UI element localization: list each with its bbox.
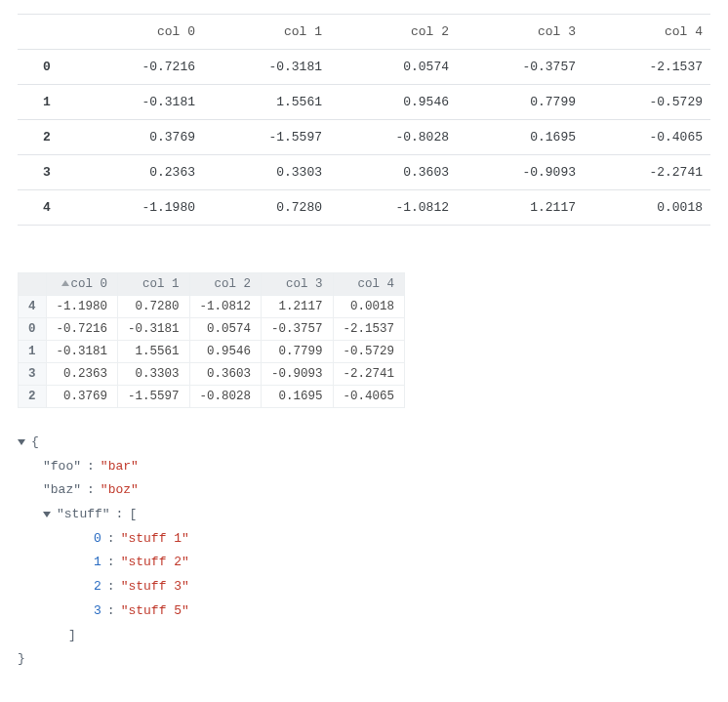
json-close-brace-row: } [18, 647, 710, 672]
caret-down-icon[interactable] [43, 512, 51, 517]
table-row: 20.3769-1.5597-0.80280.1695-0.4065 [18, 120, 710, 155]
json-colon: : [101, 551, 121, 575]
table-cell: -1.5597 [118, 386, 190, 408]
table-cell: 0.3769 [46, 386, 118, 408]
table2-col-header[interactable]: col 4 [333, 273, 405, 296]
table1-col-header[interactable]: col 4 [584, 15, 710, 50]
row-index: 2 [19, 386, 47, 408]
table-cell: -0.5729 [584, 85, 710, 120]
row-index: 0 [19, 318, 47, 341]
table-row: 4-1.19800.7280-1.08121.21170.0018 [18, 190, 710, 226]
table-cell: -2.1537 [333, 318, 405, 341]
json-value: "stuff 3" [121, 575, 189, 599]
json-value: "bar" [101, 455, 139, 479]
table-row: 30.23630.33030.3603-0.9093-2.2741 [19, 363, 405, 386]
json-array-item: 3:"stuff 5" [18, 599, 710, 624]
table-cell: -0.3181 [46, 341, 118, 363]
json-value: "stuff 1" [121, 527, 189, 552]
table-cell: 0.0574 [330, 50, 457, 85]
json-array-item: 1:"stuff 2" [18, 551, 710, 575]
json-tree: { "foo" : "bar" "baz" : "boz" "stuff" : … [18, 431, 710, 672]
json-key: "stuff" [57, 503, 110, 527]
dataframe-table-2: col 0 col 1 col 2 col 3 col 4 4-1.19800.… [18, 272, 405, 408]
table1-col-header[interactable]: col 1 [203, 15, 330, 50]
table-cell: -1.0812 [189, 296, 262, 318]
json-root-open[interactable]: { [18, 431, 710, 455]
open-brace: { [31, 431, 39, 455]
table-cell: -0.3181 [118, 318, 190, 341]
table-cell: -0.4065 [333, 386, 405, 408]
json-entry: "baz" : "boz" [18, 478, 710, 503]
table-cell: -2.2741 [584, 155, 710, 190]
table-row: 0-0.7216-0.31810.0574-0.3757-2.1537 [19, 318, 405, 341]
table-cell: 0.9546 [330, 85, 457, 120]
table-cell: 0.2363 [76, 155, 203, 190]
json-colon: : [81, 478, 101, 503]
table-cell: 1.5561 [203, 85, 330, 120]
table-row: 1-0.31811.55610.95460.7799-0.5729 [18, 85, 710, 120]
open-bracket: [ [129, 503, 137, 527]
table-cell: 0.7799 [457, 85, 584, 120]
json-array-index: 3 [94, 599, 101, 624]
json-value: "boz" [101, 478, 139, 503]
table1-col-header[interactable]: col 2 [330, 15, 457, 50]
table-cell: 0.0018 [333, 296, 405, 318]
close-bracket: ] [68, 624, 76, 648]
json-close-bracket-row: ] [18, 624, 710, 648]
table-cell: -0.7216 [76, 50, 203, 85]
table-cell: 0.0574 [189, 318, 262, 341]
table-cell: -1.1980 [46, 296, 118, 318]
table2-col-header[interactable]: col 3 [262, 273, 334, 296]
json-array-item: 2:"stuff 3" [18, 575, 710, 599]
row-index: 3 [19, 363, 47, 386]
json-colon: : [101, 527, 121, 552]
table-row: 0-0.7216-0.31810.0574-0.3757-2.1537 [18, 50, 710, 85]
json-array-index: 1 [94, 551, 101, 575]
close-brace: } [18, 647, 25, 672]
json-key: "baz" [43, 478, 81, 503]
table-cell: -1.1980 [76, 190, 203, 226]
table-cell: -1.0812 [330, 190, 457, 226]
dataframe-table-1: col 0 col 1 col 2 col 3 col 4 0-0.7216-0… [18, 14, 710, 226]
table-row: 4-1.19800.7280-1.08121.21170.0018 [19, 296, 405, 318]
table-cell: -0.4065 [584, 120, 710, 155]
row-index: 0 [18, 50, 76, 85]
json-key: "foo" [43, 455, 81, 479]
row-index: 4 [19, 296, 47, 318]
json-colon: : [81, 455, 101, 479]
table-cell: 0.3603 [330, 155, 457, 190]
table-cell: -2.1537 [584, 50, 710, 85]
table-row: 20.3769-1.5597-0.80280.1695-0.4065 [19, 386, 405, 408]
table-cell: -0.5729 [333, 341, 405, 363]
table-cell: 0.3769 [76, 120, 203, 155]
table-cell: 0.1695 [262, 386, 334, 408]
table-cell: -1.5597 [203, 120, 330, 155]
table-cell: -0.7216 [46, 318, 118, 341]
table-cell: -2.2741 [333, 363, 405, 386]
json-colon: : [101, 575, 121, 599]
json-array-item: 0:"stuff 1" [18, 527, 710, 552]
json-stuff-open[interactable]: "stuff" : [ [18, 503, 710, 527]
table-cell: -0.8028 [330, 120, 457, 155]
table-cell: 1.5561 [118, 341, 190, 363]
json-entry: "foo" : "bar" [18, 455, 710, 479]
table-cell: 0.3303 [118, 363, 190, 386]
table2-corner [19, 273, 47, 296]
table1-col-header[interactable]: col 0 [76, 15, 203, 50]
row-index: 2 [18, 120, 76, 155]
table2-col-header[interactable]: col 2 [189, 273, 262, 296]
row-index: 1 [18, 85, 76, 120]
table2-col-header[interactable]: col 1 [118, 273, 190, 296]
table-row: 1-0.31811.55610.95460.7799-0.5729 [19, 341, 405, 363]
json-colon: : [110, 503, 130, 527]
table-cell: 0.7280 [118, 296, 190, 318]
json-value: "stuff 5" [121, 599, 189, 624]
json-array-index: 0 [94, 527, 101, 552]
table1-col-header[interactable]: col 3 [457, 15, 584, 50]
table-cell: 0.2363 [46, 363, 118, 386]
table2-col0-label: col 0 [71, 277, 108, 291]
table-cell: 0.7280 [203, 190, 330, 226]
caret-down-icon[interactable] [18, 439, 25, 445]
table2-col-header-sorted[interactable]: col 0 [46, 273, 118, 296]
table-cell: -0.9093 [262, 363, 334, 386]
